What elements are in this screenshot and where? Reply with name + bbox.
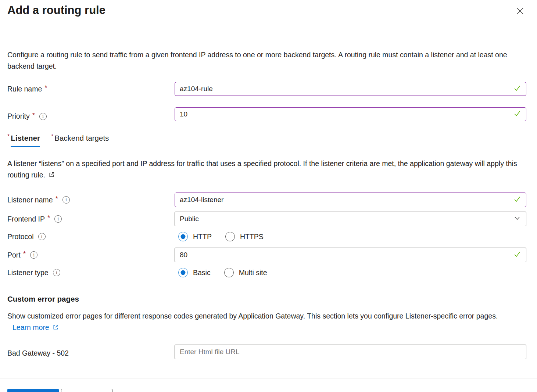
bad-gateway-label: Bad Gateway - 502 (7, 349, 175, 357)
rule-name-row: Rule name* (7, 82, 526, 96)
protocol-radio-https[interactable]: HTTPS (225, 232, 264, 241)
required-marker: * (51, 133, 53, 140)
tab-bar: * Listener * Backend targets (7, 134, 526, 147)
add-button[interactable]: Add (7, 389, 59, 392)
bad-gateway-url-input[interactable] (175, 345, 526, 359)
custom-error-pages-heading: Custom error pages (7, 295, 526, 303)
tab-listener-label: Listener (11, 134, 40, 147)
info-icon[interactable]: i (62, 196, 70, 204)
radio-unselected-icon (225, 232, 235, 241)
listener-name-row: Listener name* i (7, 193, 526, 207)
dialog-body: Configure a routing rule to send traffic… (0, 17, 537, 378)
info-icon[interactable]: i (54, 215, 62, 223)
radio-selected-icon (178, 232, 188, 241)
info-icon[interactable]: i (39, 113, 47, 120)
page-title: Add a routing rule (7, 4, 526, 17)
port-input[interactable] (175, 248, 526, 262)
protocol-label: Protocol i (7, 233, 175, 241)
info-icon[interactable]: i (30, 251, 37, 259)
bad-gateway-row: Bad Gateway - 502 (7, 345, 526, 359)
intro-text: Configure a routing rule to send traffic… (7, 49, 507, 72)
external-link-icon (53, 322, 59, 334)
close-icon (515, 6, 525, 17)
listener-type-radio-basic[interactable]: Basic (178, 268, 211, 277)
frontend-ip-label: Frontend IP* i (7, 215, 175, 223)
listener-name-label: Listener name* i (7, 196, 175, 204)
dialog-footer: Add Cancel (0, 378, 537, 392)
tab-backend-targets[interactable]: * Backend targets (51, 134, 109, 147)
listener-type-radio-group: Basic Multi site (175, 268, 526, 277)
radio-selected-icon (178, 268, 188, 277)
custom-error-pages-description: Show customized error pages for differen… (7, 310, 507, 334)
frontend-ip-dropdown[interactable]: Public (175, 212, 526, 226)
close-button[interactable] (515, 6, 525, 17)
rule-name-label: Rule name* (7, 85, 175, 93)
port-label: Port* i (7, 251, 175, 259)
protocol-radio-group: HTTP HTTPS (175, 232, 526, 241)
priority-row: Priority* i (7, 107, 526, 121)
add-routing-rule-dialog: Add a routing rule Configure a routing r… (0, 0, 537, 392)
port-row: Port* i (7, 248, 526, 262)
listener-description: A listener “listens” on a specified port… (7, 158, 522, 181)
radio-unselected-icon (224, 268, 234, 277)
cancel-button[interactable]: Cancel (61, 389, 112, 392)
required-marker: * (47, 214, 50, 222)
frontend-ip-row: Frontend IP* i Public (7, 212, 526, 226)
required-marker: * (7, 133, 10, 140)
protocol-row: Protocol i HTTP HTTPS (7, 230, 526, 243)
info-icon[interactable]: i (38, 233, 46, 240)
listener-name-input[interactable] (175, 193, 526, 207)
priority-label: Priority* i (7, 112, 175, 121)
listener-type-radio-multi-site[interactable]: Multi site (224, 268, 267, 277)
tab-backend-targets-label: Backend targets (54, 134, 109, 146)
required-marker: * (23, 250, 26, 258)
protocol-radio-http[interactable]: HTTP (178, 232, 212, 241)
listener-type-row: Listener type i Basic Multi site (7, 266, 526, 279)
tab-listener[interactable]: * Listener (7, 134, 40, 147)
rule-name-input[interactable] (175, 82, 526, 96)
learn-more-link[interactable]: Learn more (12, 323, 59, 331)
required-marker: * (56, 195, 58, 203)
external-link-icon[interactable] (49, 170, 55, 181)
required-marker: * (44, 84, 47, 92)
dialog-header: Add a routing rule (0, 0, 537, 17)
chevron-down-icon (514, 215, 520, 223)
listener-type-label: Listener type i (7, 269, 175, 277)
info-icon[interactable]: i (53, 269, 60, 276)
required-marker: * (32, 111, 35, 119)
frontend-ip-selected-value: Public (180, 215, 199, 223)
priority-input[interactable] (175, 107, 526, 121)
